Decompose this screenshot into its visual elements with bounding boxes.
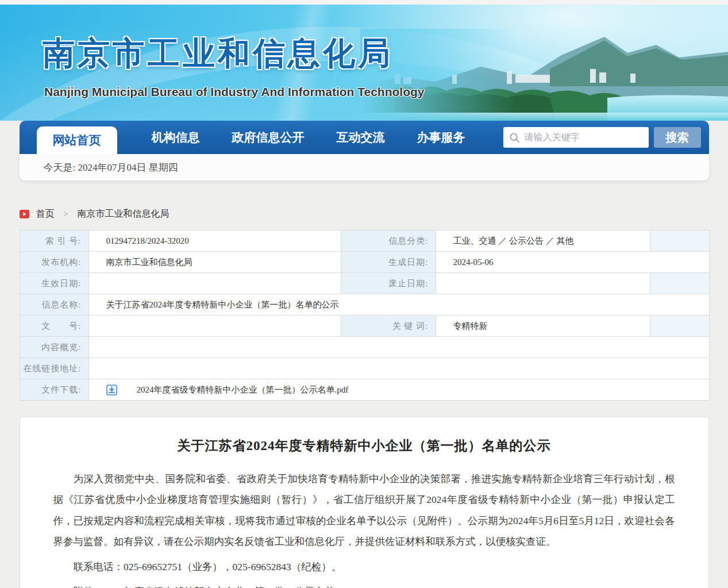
article-title: 关于江苏省2024年度专精特新中小企业（第一批）名单的公示 — [53, 437, 675, 455]
site-banner: 南京市工业和信息化局 Nanjing Municipal Bureau of I… — [0, 5, 728, 121]
breadcrumb-play-badge-icon — [20, 210, 29, 218]
meta-summary-label: 内容概览: — [20, 337, 88, 358]
date-bar: 今天是: 2024年07月04日 星期四 — [20, 154, 709, 180]
meta-docno-value — [88, 316, 341, 337]
page: 南京市工业和信息化局 Nanjing Municipal Bureau of I… — [0, 0, 728, 588]
nav-tab-gov-disclosure[interactable]: 政府信息公开 — [215, 129, 322, 145]
search-area: 搜索 — [503, 127, 701, 148]
meta-publisher-value: 南京市工业和信息化局 — [88, 252, 341, 273]
breadcrumb-separator: > — [64, 210, 68, 219]
meta-file-label: 文件下载: — [20, 379, 88, 401]
meta-category-value: 工业、交通 ／ 公示公告 ／ 其他 — [436, 230, 650, 252]
nav-tab-interaction[interactable]: 互动交流 — [322, 129, 400, 145]
nav-tab-org-info[interactable]: 机构信息 — [137, 129, 215, 145]
meta-effective-label: 生效日期: — [20, 273, 88, 294]
search-box — [503, 127, 649, 148]
meta-empty-cell — [650, 273, 709, 294]
meta-keyword-value: 专精特新 — [436, 316, 650, 337]
table-row: 信息名称: 关于江苏省2024年度专精特新中小企业（第一批）名单的公示 — [20, 294, 709, 316]
article-paragraph-main: 为深入贯彻党中央、国务院和省委、省政府关于加快培育专精特新中小企业的决策部署，推… — [53, 468, 675, 552]
today-date-text: 今天是: 2024年07月04日 星期四 — [44, 161, 178, 174]
site-title: 南京市工业和信息化局 — [43, 32, 393, 76]
table-row: 发布机构: 南京市工业和信息化局 生成日期: 2024-05-06 — [20, 252, 709, 273]
attachment-pdf-link[interactable]: 2024年度省级专精特新中小企业（第一批）公示名单.pdf — [137, 385, 349, 395]
breadcrumb-home-link[interactable]: 首页 — [36, 208, 55, 220]
meta-effective-value — [88, 273, 341, 294]
search-button[interactable]: 搜索 — [654, 127, 701, 148]
nav-tab-services-label: 办事服务 — [417, 130, 465, 144]
meta-name-value: 关于江苏省2024年度专精特新中小企业（第一批）名单的公示 — [88, 294, 709, 316]
meta-category-label: 信息分类: — [341, 230, 436, 252]
meta-gendate-value: 2024-05-06 — [436, 252, 709, 273]
meta-link-label: 在线链接地址: — [20, 358, 88, 379]
meta-gendate-label: 生成日期: — [341, 252, 436, 273]
meta-empty-cell — [650, 230, 709, 252]
table-row: 在线链接地址: — [20, 358, 709, 379]
article-panel: 关于江苏省2024年度专精特新中小企业（第一批）名单的公示 为深入贯彻党中央、国… — [20, 417, 709, 588]
article-paragraph-attachment: 附件：2024年度省级专精特新中小企业（第一批）公示名单 — [53, 581, 675, 588]
meta-abolish-label: 废止日期: — [341, 273, 436, 294]
search-icon — [509, 132, 520, 143]
table-row: 文 号: 关 键 词: 专精特新 — [20, 316, 709, 337]
table-row: 文件下载: 2024年度省级专精特新中小企业（第一批）公示名单.pdf — [20, 379, 709, 401]
nav-tab-org-info-label: 机构信息 — [152, 130, 200, 144]
breadcrumb: 首页 > 南京市工业和信息化局 — [20, 208, 709, 220]
meta-empty-cell — [650, 316, 709, 337]
meta-summary-value — [88, 337, 709, 358]
main-navbar: 网站首页 机构信息 政府信息公开 互动交流 办事服务 — [20, 121, 709, 154]
top-strip — [0, 0, 728, 5]
article-paragraph-contact: 联系电话：025-69652751（业务），025-69652843（纪检）。 — [53, 556, 675, 577]
nav-tab-home[interactable]: 网站首页 — [37, 126, 117, 154]
table-row: 生效日期: 废止日期: — [20, 273, 709, 294]
banner-fade-overlay — [360, 29, 728, 121]
meta-link-value — [88, 358, 709, 379]
breadcrumb-current[interactable]: 南京市工业和信息化局 — [77, 208, 169, 220]
site-subtitle-english: Nanjing Municipal Bureau of Industry And… — [44, 85, 425, 99]
meta-index-label: 索 引 号: — [20, 230, 88, 252]
meta-docno-label: 文 号: — [20, 316, 88, 337]
nav-tab-home-label: 网站首页 — [53, 132, 101, 148]
article-body: 为深入贯彻党中央、国务院和省委、省政府关于加快培育专精特新中小企业的决策部署，推… — [53, 468, 675, 588]
nav-tab-interaction-label: 互动交流 — [337, 130, 385, 144]
meta-publisher-label: 发布机构: — [20, 252, 88, 273]
meta-keyword-label: 关 键 词: — [341, 316, 436, 337]
meta-name-label: 信息名称: — [20, 294, 88, 316]
meta-file-cell: 2024年度省级专精特新中小企业（第一批）公示名单.pdf — [88, 379, 709, 401]
table-row: 内容概览: — [20, 337, 709, 358]
document-meta-table: 索 引 号: 012947218/2024-32020 信息分类: 工业、交通 … — [20, 230, 710, 401]
download-icon[interactable] — [106, 385, 117, 395]
meta-index-value: 012947218/2024-32020 — [88, 230, 341, 252]
nav-tab-gov-disclosure-label: 政府信息公开 — [232, 130, 305, 144]
nav-tab-services[interactable]: 办事服务 — [400, 129, 483, 145]
meta-abolish-value — [436, 273, 650, 294]
search-input[interactable] — [525, 132, 644, 143]
table-row: 索 引 号: 012947218/2024-32020 信息分类: 工业、交通 … — [20, 230, 709, 252]
